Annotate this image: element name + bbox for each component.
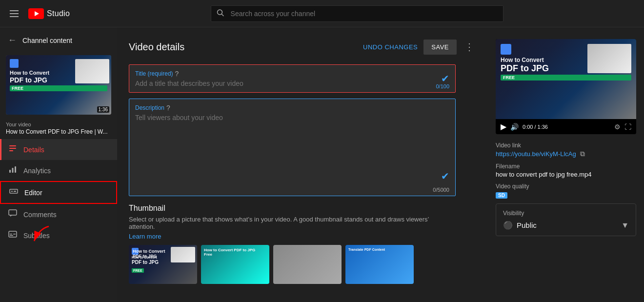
svg-rect-17 <box>13 234 16 235</box>
visibility-text: Public <box>517 221 537 229</box>
sidebar-item-details[interactable]: Details <box>0 139 117 160</box>
sidebar-item-subtitles[interactable]: Subtitles <box>0 225 117 246</box>
filename-row: Filename how to convert pdf to jpg free.… <box>496 163 636 178</box>
page-title: Video details <box>129 41 184 53</box>
title-char-count: 0/100 <box>436 83 449 89</box>
play-button[interactable]: ▶ <box>501 122 506 131</box>
description-input[interactable] <box>135 114 449 201</box>
quality-row: Video quality SD <box>496 183 636 199</box>
video-link-row: Video link https://youtu.be/viKyM-LlcAg … <box>496 142 636 158</box>
details-icon <box>8 144 18 155</box>
sidebar-item-editor[interactable]: Editor <box>0 181 117 204</box>
youtube-logo <box>28 8 44 19</box>
thumbnail-image-1[interactable]: How to ConvertPDF to JPG FREE <box>129 245 197 284</box>
filename-value: how to convert pdf to jpg free.mp4 <box>496 171 636 178</box>
title-field-group: Title (required) ? ✔ 0/100 <box>129 64 456 93</box>
analytics-label: Analytics <box>23 167 51 175</box>
description-char-count: 0/5000 <box>433 187 449 193</box>
save-button[interactable]: SAVE <box>423 40 457 55</box>
form-section: Title (required) ? ✔ 0/100 Description ? <box>129 64 456 284</box>
your-video-title: How to Convert PDF to JPG Free | W... <box>0 128 117 139</box>
thumbnail-image-2[interactable]: How to Convert PDF to JPGFree <box>201 245 269 284</box>
search-icon <box>217 9 224 18</box>
sidebar: ← Channel content How to ConvertPDF to J… <box>0 27 117 302</box>
search-bar <box>211 5 503 22</box>
svg-rect-5 <box>9 148 16 149</box>
analytics-icon <box>8 165 18 176</box>
thumbnail-learn-more[interactable]: Learn more <box>129 233 161 240</box>
svg-rect-4 <box>9 145 16 146</box>
body-wrap: ← Channel content How to ConvertPDF to J… <box>0 27 644 302</box>
visibility-dropdown-icon[interactable]: ▼ <box>621 221 629 230</box>
visibility-public-icon: ⚫ <box>503 221 513 230</box>
editor-label: Editor <box>24 189 42 197</box>
visibility-value: ⚫ Public ▼ <box>503 221 629 230</box>
copy-icon[interactable]: ⧉ <box>580 150 585 158</box>
video-link-label: Video link <box>496 142 636 149</box>
thumbnail-description: Select or upload a picture that shows wh… <box>129 216 456 230</box>
right-panel: How to Convert PDF to JPG FREE ▶ 🔊 0:00 … <box>488 27 644 302</box>
preview-thumbnail: How to Convert PDF to JPG FREE <box>496 39 636 119</box>
header-actions: UNDO CHANGES SAVE ⋮ <box>363 39 476 55</box>
editor-icon <box>9 187 19 198</box>
thumbnail-section: Thumbnail Select or upload a picture tha… <box>129 204 456 284</box>
quality-label: Video quality <box>496 183 636 190</box>
settings-button[interactable]: ⚙ <box>614 123 621 131</box>
sidebar-item-comments[interactable]: Comments <box>0 204 117 225</box>
svg-rect-18 <box>10 235 13 236</box>
description-input-wrap: Description ? ✔ 0/5000 <box>129 99 456 196</box>
title-check-icon: ✔ <box>441 73 449 84</box>
details-label: Details <box>23 146 44 154</box>
fullscreen-button[interactable]: ⛶ <box>624 123 631 131</box>
undo-button[interactable]: UNDO CHANGES <box>363 43 418 51</box>
back-button[interactable]: ← Channel content <box>0 29 117 51</box>
hamburger-icon[interactable] <box>8 8 20 19</box>
search-input[interactable] <box>211 5 503 22</box>
thumbnail-images: How to ConvertPDF to JPG FREE How to Con… <box>129 245 456 284</box>
sidebar-item-analytics[interactable]: Analytics <box>0 160 117 181</box>
filename-label: Filename <box>496 163 636 170</box>
svg-rect-8 <box>12 168 14 173</box>
thumb-free-badge: FREE <box>10 85 107 91</box>
thumbnail-image-3[interactable] <box>273 245 342 284</box>
visibility-box[interactable]: Visibility ⚫ Public ▼ <box>496 203 636 236</box>
svg-rect-7 <box>9 170 11 173</box>
description-help-icon[interactable]: ? <box>166 104 170 112</box>
svg-line-3 <box>221 14 223 16</box>
channel-content-label: Channel content <box>22 37 72 44</box>
thumb-logo <box>10 59 19 68</box>
subtitles-icon <box>8 230 18 241</box>
thumbnail-image-4[interactable]: Translate PDF Content <box>345 245 414 284</box>
your-video-label: Your video <box>0 119 117 128</box>
comments-label: Comments <box>23 211 57 219</box>
description-check-icon: ✔ <box>441 170 449 182</box>
thumbnail-title: Thumbnail <box>129 204 456 213</box>
visibility-label: Visibility <box>503 210 629 217</box>
svg-rect-16 <box>10 234 12 235</box>
preview-free-badge: FREE <box>501 75 631 81</box>
more-options-button[interactable]: ⋮ <box>463 39 476 55</box>
comments-icon <box>8 209 18 220</box>
thumb-duration: 1:36 <box>97 106 109 113</box>
video-link[interactable]: https://youtu.be/viKyM-LlcAg <box>496 150 576 158</box>
logo-area: Studio <box>28 8 70 19</box>
subtitles-label: Subtitles <box>23 232 50 240</box>
title-label: Title (required) ? <box>135 70 449 78</box>
volume-button[interactable]: 🔊 <box>510 123 519 131</box>
top-nav: Studio <box>0 0 644 27</box>
studio-label: Studio <box>47 9 70 18</box>
description-field-group: Description ? ✔ 0/5000 <box>129 99 456 196</box>
title-input-wrap: Title (required) ? ✔ 0/100 <box>129 64 456 93</box>
page-header: Video details UNDO CHANGES SAVE ⋮ <box>129 39 476 55</box>
title-help-icon[interactable]: ? <box>175 70 179 78</box>
preview-controls: ▶ 🔊 0:00 / 1:36 ⚙ ⛶ <box>496 119 636 134</box>
video-thumbnail: How to ConvertPDF to JPG FREE 1:36 <box>6 55 111 115</box>
thumb-right-image <box>75 59 109 83</box>
time-display: 0:00 / 1:36 <box>523 124 610 130</box>
sidebar-nav: Details Analytics Editor <box>0 139 117 246</box>
svg-rect-11 <box>11 191 13 192</box>
quality-badge: SD <box>496 192 507 199</box>
svg-rect-9 <box>15 166 16 173</box>
title-input[interactable] <box>135 80 449 87</box>
thumb-inner: How to ConvertPDF to JPG FREE 1:36 <box>6 55 111 115</box>
